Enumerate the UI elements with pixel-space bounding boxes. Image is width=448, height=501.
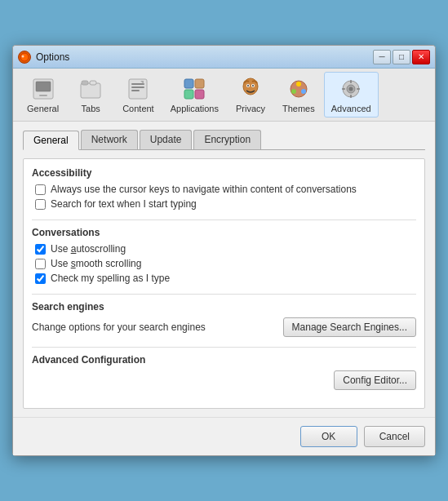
checkbox-cursor-keys: Always use the cursor keys to navigate w… bbox=[32, 184, 416, 195]
toolbar: General Tabs Con bbox=[13, 69, 435, 122]
title-bar: Options ─ □ ✕ bbox=[13, 46, 435, 69]
svg-point-22 bbox=[296, 82, 301, 86]
svg-rect-30 bbox=[342, 88, 345, 90]
svg-rect-29 bbox=[350, 95, 352, 98]
svg-rect-12 bbox=[184, 79, 193, 88]
toolbar-label-tabs: Tabs bbox=[82, 104, 100, 113]
advanced-config-title: Advanced Configuration bbox=[32, 354, 416, 366]
svg-point-1 bbox=[22, 55, 24, 57]
advanced-config-btn-row: Config Editor... bbox=[32, 370, 416, 390]
toolbar-item-privacy[interactable]: Privacy bbox=[228, 72, 273, 117]
cursor-keys-label: Always use the cursor keys to navigate w… bbox=[51, 184, 357, 195]
toolbar-item-applications[interactable]: Applications bbox=[163, 72, 226, 117]
svg-rect-28 bbox=[350, 80, 352, 83]
svg-point-19 bbox=[247, 85, 249, 86]
title-bar-left: Options bbox=[18, 51, 69, 64]
tab-general[interactable]: General bbox=[23, 131, 79, 150]
toolbar-label-themes: Themes bbox=[282, 104, 315, 113]
checkbox-spell-check: Check my spelling as I type bbox=[32, 273, 416, 284]
search-engines-row: Change options for your search engines M… bbox=[32, 317, 416, 337]
svg-rect-14 bbox=[184, 90, 193, 99]
maximize-button[interactable]: □ bbox=[393, 50, 410, 64]
smooth-scrolling-label: Use smooth scrolling bbox=[51, 258, 141, 269]
svg-point-20 bbox=[252, 85, 254, 86]
svg-point-23 bbox=[301, 89, 306, 94]
svg-point-24 bbox=[291, 89, 296, 94]
cursor-keys-checkbox[interactable] bbox=[35, 184, 46, 195]
divider-2 bbox=[32, 294, 416, 295]
cancel-button[interactable]: Cancel bbox=[364, 426, 425, 447]
tabs-icon bbox=[78, 76, 104, 102]
options-window: Options ─ □ ✕ General bbox=[12, 45, 436, 456]
toolbar-label-general: General bbox=[27, 104, 59, 113]
toolbar-label-privacy: Privacy bbox=[236, 104, 265, 113]
content-icon bbox=[125, 76, 151, 102]
advanced-icon bbox=[338, 76, 364, 102]
window-title: Options bbox=[36, 51, 69, 63]
ok-button[interactable]: OK bbox=[300, 426, 357, 447]
divider-3 bbox=[32, 347, 416, 348]
svg-rect-31 bbox=[357, 88, 360, 90]
autoscrolling-checkbox[interactable] bbox=[35, 244, 46, 255]
search-engines-description: Change options for your search engines bbox=[32, 321, 206, 333]
toolbar-label-applications: Applications bbox=[171, 104, 219, 113]
toolbar-item-themes[interactable]: Themes bbox=[275, 72, 322, 117]
search-typing-label: Search for text when I start typing bbox=[51, 198, 197, 210]
svg-rect-4 bbox=[39, 95, 47, 96]
toolbar-label-advanced: Advanced bbox=[331, 104, 371, 113]
applications-icon bbox=[181, 76, 207, 102]
search-typing-checkbox[interactable] bbox=[35, 199, 46, 210]
settings-panel: Accessibility Always use the cursor keys… bbox=[23, 158, 425, 409]
window-icon bbox=[18, 51, 31, 64]
checkbox-autoscrolling: Use autoscrolling bbox=[32, 243, 416, 255]
svg-rect-9 bbox=[131, 83, 144, 85]
checkbox-search-typing: Search for text when I start typing bbox=[32, 198, 416, 210]
minimize-button[interactable]: ─ bbox=[373, 50, 391, 64]
privacy-icon bbox=[237, 76, 264, 102]
smooth-scrolling-checkbox[interactable] bbox=[35, 259, 46, 269]
toolbar-item-general[interactable]: General bbox=[20, 72, 66, 117]
toolbar-item-tabs[interactable]: Tabs bbox=[68, 72, 113, 117]
accessibility-title: Accessibility bbox=[32, 167, 416, 179]
autoscrolling-label: Use autoscrolling bbox=[51, 243, 126, 255]
tab-bar: General Network Update Encryption bbox=[23, 130, 425, 150]
toolbar-item-advanced[interactable]: Advanced bbox=[324, 72, 379, 117]
svg-rect-6 bbox=[82, 81, 88, 85]
svg-rect-8 bbox=[129, 79, 147, 99]
svg-rect-10 bbox=[131, 86, 144, 88]
config-editor-button[interactable]: Config Editor... bbox=[334, 370, 416, 390]
svg-rect-5 bbox=[81, 83, 100, 98]
content-area: General Network Update Encryption Access… bbox=[13, 122, 435, 417]
spell-check-label: Check my spelling as I type bbox=[51, 273, 170, 284]
general-icon bbox=[30, 76, 56, 102]
spell-check-checkbox[interactable] bbox=[35, 273, 46, 284]
close-button[interactable]: ✕ bbox=[412, 50, 430, 64]
accessibility-section: Accessibility Always use the cursor keys… bbox=[32, 167, 416, 210]
svg-rect-15 bbox=[195, 90, 204, 99]
themes-icon bbox=[286, 76, 312, 102]
toolbar-item-content[interactable]: Content bbox=[115, 72, 162, 117]
svg-rect-3 bbox=[36, 82, 51, 91]
svg-rect-7 bbox=[90, 81, 96, 85]
checkbox-smooth-scrolling: Use smooth scrolling bbox=[32, 258, 416, 269]
title-buttons: ─ □ ✕ bbox=[373, 50, 430, 64]
svg-point-27 bbox=[349, 87, 353, 91]
tab-encryption[interactable]: Encryption bbox=[193, 130, 261, 149]
footer: OK Cancel bbox=[13, 417, 435, 455]
divider-1 bbox=[32, 219, 416, 220]
tab-update[interactable]: Update bbox=[140, 130, 193, 149]
svg-point-0 bbox=[20, 53, 29, 61]
search-engines-title: Search engines bbox=[32, 301, 416, 313]
tab-network[interactable]: Network bbox=[81, 130, 138, 149]
advanced-config-section: Advanced Configuration Config Editor... bbox=[32, 354, 416, 390]
manage-search-engines-button[interactable]: Manage Search Engines... bbox=[283, 317, 416, 337]
toolbar-label-content: Content bbox=[122, 104, 154, 113]
svg-rect-13 bbox=[195, 79, 204, 88]
conversations-title: Conversations bbox=[32, 227, 416, 238]
search-engines-section: Search engines Change options for your s… bbox=[32, 301, 416, 337]
conversations-section: Conversations Use autoscrolling Use smoo… bbox=[32, 227, 416, 284]
svg-rect-11 bbox=[131, 90, 140, 91]
